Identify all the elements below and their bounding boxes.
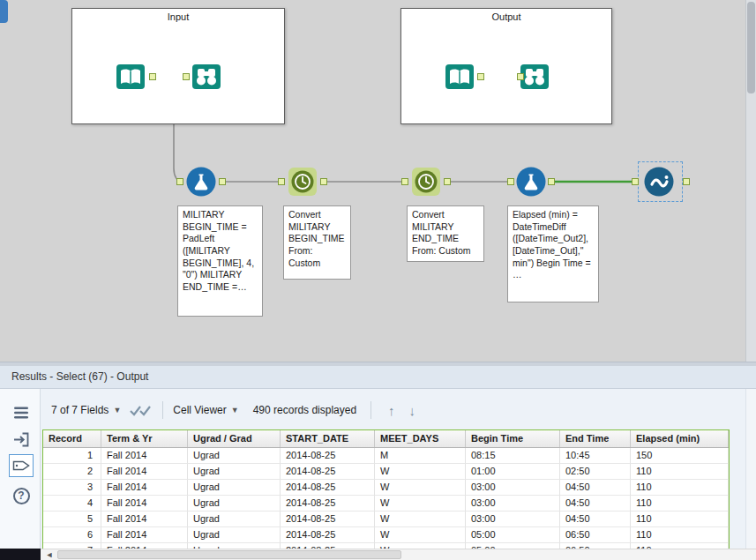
datetime-tool-2[interactable] bbox=[410, 166, 442, 201]
container-input[interactable]: Input bbox=[71, 8, 285, 124]
table-cell[interactable]: 04:50 bbox=[560, 480, 631, 496]
table-cell[interactable]: 2014-08-25 bbox=[281, 464, 375, 480]
input-anchor[interactable] bbox=[632, 178, 639, 185]
table-cell[interactable]: 06:50 bbox=[560, 527, 631, 543]
table-cell[interactable]: 04:50 bbox=[560, 511, 631, 527]
tool-annotation[interactable]: Convert MILITARY END_TIME From: Custom bbox=[407, 205, 484, 262]
output-anchor[interactable] bbox=[149, 73, 156, 80]
table-row[interactable]: 1Fall 2014Ugrad2014-08-25M08:1510:45150 bbox=[43, 448, 729, 464]
table-cell[interactable]: Ugrad bbox=[188, 496, 281, 511]
row-number-cell[interactable]: 4 bbox=[43, 496, 101, 511]
table-cell[interactable]: W bbox=[375, 480, 466, 496]
input-anchor[interactable] bbox=[507, 178, 514, 185]
table-row[interactable]: 4Fall 2014Ugrad2014-08-25W03:0004:50110 bbox=[43, 496, 729, 511]
formula-tool-2[interactable] bbox=[516, 167, 546, 200]
tool-annotation[interactable]: MILITARY BEGIN_TIME = PadLeft ([MILITARY… bbox=[177, 205, 263, 317]
column-header[interactable]: Record bbox=[43, 430, 101, 447]
table-cell[interactable]: M bbox=[375, 448, 466, 464]
input-anchor[interactable] bbox=[517, 73, 524, 80]
table-cell[interactable]: 2014-08-25 bbox=[281, 496, 375, 511]
column-header[interactable]: Term & Yr bbox=[101, 430, 188, 447]
annotation-tab[interactable] bbox=[9, 454, 34, 477]
table-row[interactable]: 5Fall 2014Ugrad2014-08-25W03:0004:50110 bbox=[43, 511, 729, 527]
column-header[interactable]: End Time bbox=[560, 430, 631, 447]
help-button[interactable]: ? bbox=[9, 484, 34, 507]
scroll-up-button[interactable]: ↑ bbox=[381, 403, 402, 418]
table-cell[interactable]: Ugrad bbox=[188, 464, 281, 480]
column-header[interactable]: Ugrad / Grad bbox=[188, 430, 281, 447]
table-cell[interactable]: Ugrad bbox=[188, 527, 281, 543]
table-cell[interactable]: 150 bbox=[631, 448, 729, 464]
cell-viewer-dropdown[interactable]: Cell Viewer ▼ bbox=[173, 404, 238, 416]
table-cell[interactable]: 2014-08-25 bbox=[281, 527, 375, 543]
scroll-down-button[interactable]: ↓ bbox=[402, 403, 423, 418]
table-cell[interactable]: 2014-08-25 bbox=[281, 511, 375, 527]
table-cell[interactable]: 110 bbox=[631, 480, 729, 496]
table-row[interactable]: 3Fall 2014Ugrad2014-08-25W03:0004:50110 bbox=[43, 480, 729, 496]
table-cell[interactable]: Fall 2014 bbox=[101, 464, 188, 480]
results-vertical-scrollbar[interactable] bbox=[745, 389, 756, 549]
table-cell[interactable]: 04:50 bbox=[560, 496, 631, 511]
table-cell[interactable]: Fall 2014 bbox=[101, 527, 188, 543]
table-cell[interactable]: 01:00 bbox=[466, 464, 560, 480]
canvas-vertical-scrollbar[interactable] bbox=[745, 0, 756, 362]
table-cell[interactable]: 110 bbox=[631, 496, 729, 511]
table-cell[interactable]: 2014-08-25 bbox=[281, 480, 375, 496]
table-cell[interactable]: 05:00 bbox=[466, 527, 560, 543]
table-cell[interactable]: Fall 2014 bbox=[101, 480, 188, 496]
table-cell[interactable]: 2014-08-25 bbox=[281, 448, 375, 464]
row-number-cell[interactable]: 3 bbox=[43, 480, 101, 496]
results-header[interactable]: Results - Select (67) - Output bbox=[0, 366, 756, 389]
table-cell[interactable]: 02:50 bbox=[560, 464, 631, 480]
table-cell[interactable]: 110 bbox=[631, 511, 729, 527]
table-cell[interactable]: 03:00 bbox=[466, 511, 560, 527]
output-anchor[interactable] bbox=[320, 178, 327, 185]
column-header[interactable]: START_DATE bbox=[281, 430, 375, 447]
table-cell[interactable]: 03:00 bbox=[466, 480, 560, 496]
formula-tool-1[interactable] bbox=[186, 167, 216, 200]
scroll-left-arrow-icon[interactable]: ◄ bbox=[43, 549, 56, 560]
output-anchor[interactable] bbox=[548, 178, 555, 185]
table-cell[interactable]: W bbox=[375, 511, 466, 527]
output-anchor[interactable] bbox=[477, 73, 484, 80]
input-anchor[interactable] bbox=[176, 178, 183, 185]
column-header[interactable]: Elapsed (min) bbox=[631, 430, 729, 447]
scrollbar-thumb[interactable] bbox=[747, 2, 755, 93]
row-number-cell[interactable]: 5 bbox=[43, 511, 101, 527]
horizontal-scrollbar[interactable]: ◄ bbox=[41, 549, 756, 560]
tool-annotation[interactable]: Convert MILITARY BEGIN_TIME From: Custom bbox=[283, 205, 351, 280]
table-cell[interactable]: W bbox=[375, 527, 466, 543]
records-tab[interactable] bbox=[9, 401, 34, 424]
row-number-cell[interactable]: 1 bbox=[43, 448, 101, 464]
browse-tool-input[interactable] bbox=[191, 61, 222, 96]
input-anchor[interactable] bbox=[183, 73, 190, 80]
row-number-cell[interactable]: 2 bbox=[43, 464, 101, 480]
column-header[interactable]: MEET_DAYS bbox=[375, 430, 466, 447]
input-data-tool[interactable] bbox=[115, 61, 146, 96]
output-anchor[interactable] bbox=[219, 178, 226, 185]
table-cell[interactable]: 03:00 bbox=[466, 496, 560, 511]
table-cell[interactable]: Ugrad bbox=[188, 511, 281, 527]
metadata-tab[interactable] bbox=[9, 428, 34, 451]
input-anchor[interactable] bbox=[278, 178, 285, 185]
table-cell[interactable]: 08:15 bbox=[466, 448, 560, 464]
select-tool[interactable] bbox=[644, 167, 674, 200]
output-anchor[interactable] bbox=[683, 178, 690, 185]
workflow-canvas[interactable]: Input Output bbox=[0, 0, 756, 362]
table-cell[interactable]: Fall 2014 bbox=[101, 511, 188, 527]
table-row[interactable]: 2Fall 2014Ugrad2014-08-25W01:0002:50110 bbox=[43, 464, 729, 480]
column-header[interactable]: Begin Time bbox=[466, 430, 560, 447]
fields-dropdown[interactable]: 7 of 7 Fields ▼ bbox=[51, 404, 121, 416]
container-output[interactable]: Output bbox=[400, 8, 612, 124]
table-cell[interactable]: 110 bbox=[631, 464, 729, 480]
select-all-fields-button[interactable] bbox=[130, 404, 153, 416]
table-cell[interactable]: 110 bbox=[631, 527, 729, 543]
output-data-tool[interactable] bbox=[444, 61, 475, 96]
table-cell[interactable]: Ugrad bbox=[188, 448, 281, 464]
table-cell[interactable]: W bbox=[375, 496, 466, 511]
row-number-cell[interactable]: 6 bbox=[43, 527, 101, 543]
table-row[interactable]: 6Fall 2014Ugrad2014-08-25W05:0006:50110 bbox=[43, 527, 729, 543]
datetime-tool-1[interactable] bbox=[287, 166, 318, 201]
table-cell[interactable]: W bbox=[375, 464, 466, 480]
table-cell[interactable]: Fall 2014 bbox=[101, 496, 188, 511]
